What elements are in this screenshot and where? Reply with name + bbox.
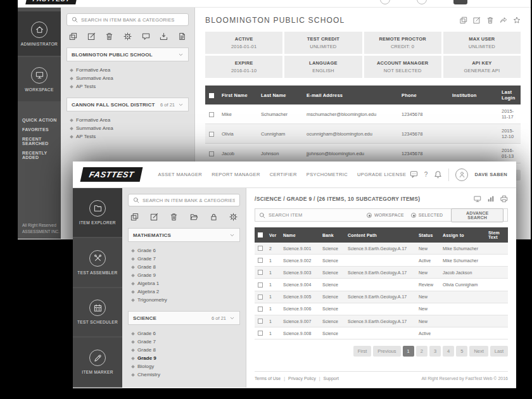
nav-report-manager[interactable]: REPORT MANAGER [212,172,260,177]
trash-icon[interactable] [486,16,494,24]
info-cell-api-key[interactable]: API KEYGENERATE API [443,56,521,78]
page-last[interactable]: Last [490,346,508,357]
radio-icon[interactable] [367,213,372,218]
printer-icon[interactable] [500,195,508,203]
sidebar-link-recently-added[interactable]: RECENTLY ADDED [22,151,61,160]
gear-icon[interactable] [124,32,132,41]
select-all-checkbox[interactable] [209,93,214,98]
edit-icon[interactable] [87,32,96,41]
monitor-icon[interactable] [474,195,481,203]
page-5[interactable]: 5 [456,346,467,357]
edit-icon[interactable] [150,213,158,221]
nav-psychometric[interactable]: PSYCHOMETRIC [307,172,348,177]
trash-icon[interactable] [170,213,178,221]
messages-icon[interactable] [410,170,418,179]
comment-icon[interactable] [142,32,150,41]
gear-icon[interactable] [229,213,238,221]
row-checkbox[interactable] [209,112,214,117]
category-header-cannon-fall-schol-district[interactable]: CANNON FALL SCHOL DISTRICT6 of 21 [66,98,189,111]
lock-icon[interactable] [210,213,218,221]
footer-link-privacy-policy[interactable]: Privacy Policy [288,376,316,381]
table-row[interactable]: JacobJohnsonjjohnson@bloomington.edu1234… [205,144,521,163]
tree-item-grade-7[interactable]: Grade 7 [132,255,236,263]
tree-item-grade-9[interactable]: Grade 9 [132,354,236,362]
notifications-icon[interactable] [434,170,442,179]
table-row[interactable]: 1Science.9.008ScienceActive [255,327,508,339]
tree-item-biology[interactable]: Biology [132,362,236,370]
tree-item-formative-area[interactable]: Formative Area [70,66,185,74]
radio-icon[interactable] [411,213,416,218]
folder-open-icon[interactable] [190,213,198,221]
table-row[interactable]: OliviaCunnighamocunnigham@bloomington.ed… [205,124,521,144]
tree-item-grade-6[interactable]: Grade 6 [132,246,236,255]
chart-icon[interactable] [487,195,495,203]
share-icon[interactable] [500,16,507,24]
tree-item-ap-tests[interactable]: AP Tests [70,132,185,141]
row-checkbox[interactable] [258,270,263,275]
inbox-icon[interactable] [160,32,168,41]
sidebar-link-recent-searched[interactable]: RECENT SEARCHED [22,137,61,146]
table-row[interactable]: 1Science.9.005ScienceScience.9.Earth.Geo… [255,291,508,303]
row-checkbox[interactable] [209,151,214,156]
filter-workspace[interactable]: WORKSPACE [367,213,404,218]
row-checkbox[interactable] [209,132,214,137]
table-row[interactable]: 1Science.9.007ScienceScience.9.Earth.Geo… [255,315,508,327]
sidebar-item-workspace[interactable]: WORKSPACE [18,57,61,101]
sidebar-item-test-scheduler[interactable]: TEST SCHEDULER [73,288,122,337]
page-next[interactable]: Next [469,346,488,357]
edit-icon[interactable] [473,16,481,24]
tree-item-grade-6[interactable]: Grade 6 [132,329,236,338]
row-checkbox[interactable] [258,246,263,251]
copy-icon[interactable] [460,16,467,24]
tree-item-grade-9[interactable]: Grade 9 [132,271,236,279]
info-cell-remote-proctor[interactable]: REMOTE PROCTORCREDIT: 0 [364,32,441,54]
tree-item-summative-area[interactable]: Summative Area [70,124,185,132]
row-checkbox[interactable] [258,258,263,263]
info-cell-active[interactable]: ACTIVE2016-01-01 [205,32,282,54]
table-row[interactable]: 1Science.9.004ScienceReviewOlivia Cunnig… [255,279,508,291]
select-all-checkbox[interactable] [258,232,263,238]
tree-item-grade-8[interactable]: Grade 8 [132,346,236,354]
category-search-input[interactable] [81,17,184,23]
tree-item-grade-7[interactable]: Grade 7 [132,338,236,346]
page-4[interactable]: 4 [443,346,454,357]
advance-search-button[interactable]: ADVANCE SEARCH [451,208,504,222]
page-2[interactable]: 2 [416,346,428,357]
footer-link-terms-of-use[interactable]: Terms of Use [255,376,281,381]
tree-item-grade-8[interactable]: Grade 8 [132,263,236,271]
table-row[interactable]: 1Science.9.003ScienceScience.9.Earth.Geo… [255,267,508,279]
info-cell-test-credit[interactable]: TEST CREDITUNLIMITED [284,32,362,54]
page-previous[interactable]: Previous [373,346,400,357]
nav-asset-manager[interactable]: ASSET MANAGER [158,172,202,177]
info-cell-expire[interactable]: EXPIRE2016-01-10 [205,56,282,78]
tree-item-algebra-1[interactable]: Algebra 1 [132,279,236,288]
page-first[interactable]: First [353,346,372,357]
category-search[interactable] [66,13,189,26]
row-checkbox[interactable] [258,307,263,312]
table-row[interactable]: MikeSchumachermschumacher@bloomington.ed… [205,104,521,124]
item-search-input[interactable] [269,212,364,218]
tree-item-formative-area[interactable]: Formative Area [70,116,185,124]
sidebar-item-item-marker[interactable]: ITEM MARKER [73,338,122,386]
row-checkbox[interactable] [258,319,263,324]
footer-link-support[interactable]: Support [323,376,339,381]
info-cell-account-manager[interactable]: ACCOUNT MANAGERNOT SELECTED [364,56,441,78]
copy-icon[interactable] [69,32,77,41]
category-search[interactable] [128,194,240,206]
nav-certifier[interactable]: CERTIFIER [270,172,297,177]
table-row[interactable]: 1Science.9.006ScienceNew [255,303,508,315]
category-search-input[interactable] [142,198,235,203]
sidebar-link-favorites[interactable]: FAVORITES [22,127,61,132]
nav-upgrade-license[interactable]: UPGRADE LICENSE [357,172,406,177]
sidebar-item-administrator[interactable]: ADMINISTRATOR [18,11,61,56]
notifications-icon[interactable] [417,0,427,4]
copy-icon[interactable] [130,213,139,221]
info-cell-max-user[interactable]: MAX USERUNLIMITED [443,32,521,54]
filter-selected[interactable]: SELECTED [411,213,443,218]
sidebar-item-test-assembler[interactable]: TEST ASSEMBLER [73,238,122,287]
user-name[interactable]: DAVE SABEN [474,172,507,177]
tree-item-chemistry[interactable]: Chemistry [132,370,236,379]
user-badge[interactable] [453,0,467,4]
document-icon[interactable] [178,32,186,41]
trash-icon[interactable] [105,32,113,41]
